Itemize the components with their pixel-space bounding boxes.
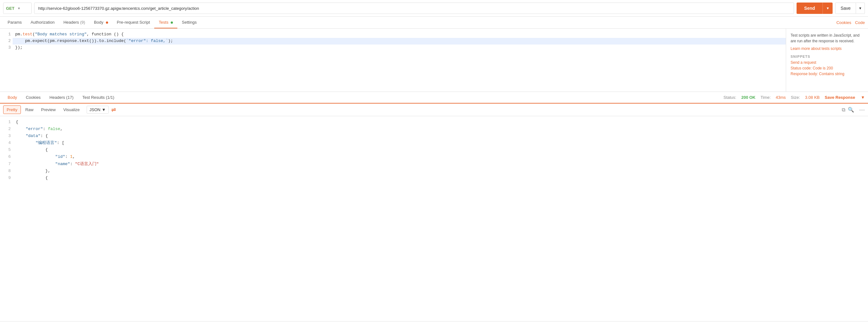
response-tabs: Body Cookies Headers (17) Test Results (… bbox=[3, 92, 723, 103]
format-value: JSON bbox=[89, 107, 100, 112]
size-value: 3.08 KB bbox=[805, 95, 819, 100]
status-value: 200 OK bbox=[741, 95, 755, 100]
search-icon[interactable]: 🔍 bbox=[848, 107, 854, 113]
save-response-arrow[interactable]: ▼ bbox=[861, 95, 865, 100]
snippets-title: SNIPPETS bbox=[790, 55, 864, 59]
save-btn-group: Save ▼ bbox=[835, 3, 865, 14]
url-input[interactable] bbox=[34, 3, 794, 14]
code-content[interactable]: pm.test("Body matches string", function … bbox=[13, 29, 786, 92]
resp-line-2: 2 "error": false, bbox=[0, 126, 868, 133]
format-arrow: ▼ bbox=[102, 107, 106, 112]
resp-line-4: 4 "编程语言": [ bbox=[0, 140, 868, 146]
resp-tab-test-results[interactable]: Test Results (1/1) bbox=[78, 92, 119, 104]
code-line-1: pm.test("Body matches string", function … bbox=[13, 31, 786, 38]
method-select[interactable]: GET ▼ bbox=[3, 3, 32, 14]
time-value: 43ms bbox=[776, 95, 786, 100]
code-editor[interactable]: 1 2 3 pm.test("Body matches string", fun… bbox=[0, 29, 786, 92]
request-tabs-bar: Params Authorization Headers (9) Body Pr… bbox=[0, 17, 868, 29]
response-body-scroll[interactable]: 1 { 2 "error": false, 3 "data": { 4 "编程语… bbox=[0, 116, 868, 321]
bottom-area: Body Cookies Headers (17) Test Results (… bbox=[0, 92, 868, 321]
code-link[interactable]: Code bbox=[855, 17, 865, 28]
code-line-2: pm.expect(pm.response.text()).to.include… bbox=[13, 38, 786, 44]
sidebar-learn-more[interactable]: Learn more about tests scripts bbox=[790, 46, 841, 51]
tab-pre-request[interactable]: Pre-request Script bbox=[113, 17, 155, 28]
snippet-send-request[interactable]: Send a request bbox=[790, 60, 864, 65]
wrap-icon[interactable]: ⇌ bbox=[111, 106, 116, 113]
resp-tab-body[interactable]: Body bbox=[3, 92, 22, 104]
resp-line-5: 5 { bbox=[0, 146, 868, 153]
snippet-status-code[interactable]: Status code: Code is 200 bbox=[790, 66, 864, 70]
request-tabs-right: Cookies Code bbox=[836, 17, 865, 28]
resp-line-7: 7 "name": "C语言入门" bbox=[0, 161, 868, 168]
save-response-button[interactable]: Save Response bbox=[825, 95, 855, 100]
response-code: 1 { 2 "error": false, 3 "data": { 4 "编程语… bbox=[0, 116, 868, 184]
send-button[interactable]: Send bbox=[797, 3, 823, 14]
copy-icon[interactable]: ⧉ bbox=[842, 107, 845, 113]
format-select[interactable]: JSON ▼ bbox=[87, 106, 109, 114]
cookies-link[interactable]: Cookies bbox=[836, 17, 851, 28]
snippet-response-body[interactable]: Response body: Contains string bbox=[790, 72, 864, 76]
resp-tab-cookies[interactable]: Cookies bbox=[22, 92, 45, 104]
send-btn-group: Send ▼ bbox=[797, 3, 833, 14]
size-label: Size: bbox=[791, 95, 800, 100]
resp-line-8: 8 }, bbox=[0, 168, 868, 175]
scroll-indicator: — bbox=[859, 106, 865, 113]
method-arrow: ▼ bbox=[18, 7, 29, 10]
fmt-tab-raw[interactable]: Raw bbox=[22, 106, 37, 114]
tab-params[interactable]: Params bbox=[3, 17, 26, 28]
save-button[interactable]: Save bbox=[835, 3, 856, 14]
code-line-3: }); bbox=[13, 44, 786, 51]
top-bar: GET ▼ Send ▼ Save ▼ bbox=[0, 0, 868, 17]
status-label: Status: bbox=[723, 95, 736, 100]
request-body-area: 1 2 3 pm.test("Body matches string", fun… bbox=[0, 29, 868, 92]
response-icons-right: ⧉ 🔍 — bbox=[842, 106, 865, 113]
resp-tab-headers[interactable]: Headers (17) bbox=[45, 92, 78, 104]
tab-authorization[interactable]: Authorization bbox=[26, 17, 59, 28]
line-numbers: 1 2 3 bbox=[0, 29, 13, 92]
tab-tests[interactable]: Tests bbox=[154, 17, 177, 28]
response-status: Status: 200 OK Time: 43ms Size: 3.08 KB … bbox=[723, 95, 865, 100]
fmt-tab-pretty[interactable]: Pretty bbox=[3, 105, 21, 114]
send-dropdown-button[interactable]: ▼ bbox=[823, 3, 833, 14]
resp-line-3: 3 "data": { bbox=[0, 133, 868, 140]
request-sidebar: Test scripts are written in JavaScript, … bbox=[786, 29, 868, 92]
sidebar-desc: Test scripts are written in JavaScript, … bbox=[790, 33, 864, 44]
method-value: GET bbox=[6, 6, 18, 11]
tab-settings[interactable]: Settings bbox=[177, 17, 201, 28]
resp-line-9: 9 { bbox=[0, 175, 868, 181]
response-tabs-bar: Body Cookies Headers (17) Test Results (… bbox=[0, 92, 868, 104]
request-tabs: Params Authorization Headers (9) Body Pr… bbox=[3, 17, 836, 28]
resp-line-1: 1 { bbox=[0, 119, 868, 126]
time-label: Time: bbox=[761, 95, 771, 100]
resp-line-6: 6 "id": 1, bbox=[0, 153, 868, 160]
tab-headers[interactable]: Headers (9) bbox=[59, 17, 90, 28]
fmt-tab-visualize[interactable]: Visualize bbox=[60, 106, 83, 114]
tab-body[interactable]: Body bbox=[89, 17, 112, 28]
response-format-bar: Pretty Raw Preview Visualize JSON ▼ ⇌ ⧉ … bbox=[0, 104, 868, 116]
save-dropdown-button[interactable]: ▼ bbox=[856, 3, 865, 14]
fmt-tab-preview[interactable]: Preview bbox=[38, 106, 59, 114]
